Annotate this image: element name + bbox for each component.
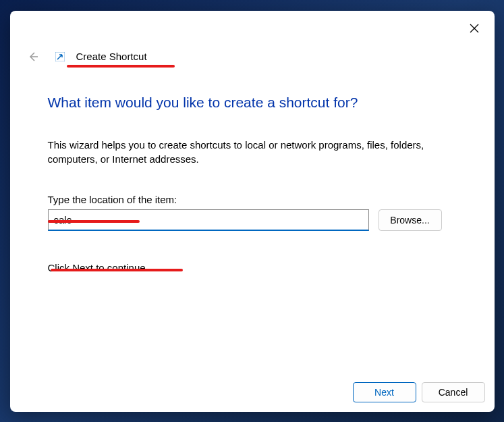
shortcut-icon: [55, 51, 65, 62]
dialog-content: What item would you like to create a sho…: [10, 66, 495, 382]
annotation-underline: [51, 269, 183, 271]
continue-instruction: Click Next to continue.: [48, 262, 457, 273]
dialog-footer: Next Cancel: [10, 382, 495, 412]
next-button[interactable]: Next: [353, 382, 416, 402]
back-arrow-icon: [26, 50, 40, 63]
dialog-title: Create Shortcut: [76, 51, 147, 62]
browse-button[interactable]: Browse...: [379, 209, 442, 231]
create-shortcut-dialog: Create Shortcut What item would you like…: [10, 11, 495, 412]
main-heading: What item would you like to create a sho…: [48, 95, 457, 111]
wizard-description: This wizard helps you to create shortcut…: [48, 138, 457, 167]
back-button[interactable]: [24, 47, 43, 66]
annotation-underline: [48, 220, 140, 223]
cancel-button[interactable]: Cancel: [422, 382, 485, 402]
location-label: Type the location of the item:: [48, 194, 457, 205]
dialog-header: Create Shortcut: [10, 11, 495, 66]
